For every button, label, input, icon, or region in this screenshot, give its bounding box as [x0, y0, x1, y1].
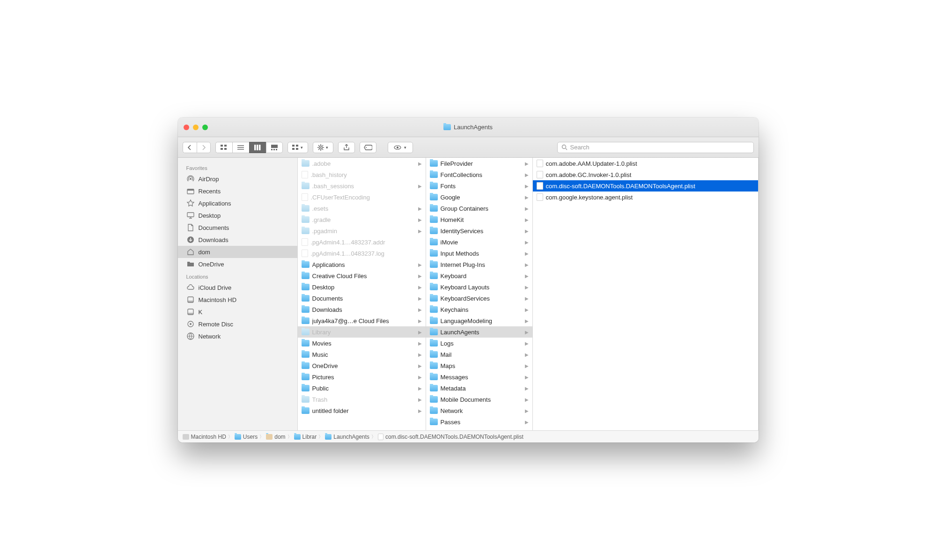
chevron-right-icon: ▶ [418, 307, 422, 312]
pathbar-label[interactable]: com.disc-soft.DAEMONTools.DAEMONToolsAge… [385, 434, 523, 440]
file-row[interactable]: Mail▶ [426, 349, 532, 360]
sidebar-item-downloads[interactable]: Downloads [178, 234, 297, 246]
sidebar-item-macintosh-hd[interactable]: Macintosh HD [178, 294, 297, 306]
svg-rect-11 [271, 149, 273, 150]
file-row[interactable]: FontCollections▶ [426, 169, 532, 180]
file-label: .pgadmin [312, 228, 413, 235]
file-row[interactable]: Logs▶ [426, 338, 532, 349]
file-row[interactable]: Music▶ [298, 349, 426, 360]
view-buttons [215, 142, 283, 153]
pathbar-label[interactable]: Librar [302, 434, 317, 440]
sidebar-item-desktop[interactable]: Desktop [178, 209, 297, 221]
sidebar-item-network[interactable]: Network [178, 330, 297, 342]
file-row[interactable]: Keyboard▶ [426, 270, 532, 281]
file-row[interactable]: IdentityServices▶ [426, 225, 532, 236]
sidebar-item-dom[interactable]: dom [178, 246, 297, 258]
list-view-button[interactable] [232, 142, 249, 153]
tags-button[interactable] [360, 142, 376, 153]
file-row[interactable]: HomeKit▶ [426, 214, 532, 225]
close-button[interactable] [184, 125, 189, 130]
sidebar-item-remote-disc[interactable]: Remote Disc [178, 318, 297, 330]
file-row[interactable]: .esets▶ [298, 203, 426, 214]
file-row[interactable]: Network▶ [426, 405, 532, 416]
file-row[interactable]: .bash_sessions▶ [298, 180, 426, 192]
file-row[interactable]: Pictures▶ [298, 371, 426, 383]
file-row[interactable]: KeyboardServices▶ [426, 293, 532, 304]
pathbar-label[interactable]: Users [243, 434, 258, 440]
sidebar-item-applications[interactable]: Applications [178, 197, 297, 209]
pathbar[interactable]: Macintosh HD〉 Users〉 dom〉 Librar〉 Launch… [178, 430, 759, 442]
file-row[interactable]: .CFUserTextEncoding [298, 192, 426, 203]
icon-view-button[interactable] [215, 142, 232, 153]
file-row[interactable]: Applications▶ [298, 259, 426, 270]
file-row[interactable]: Desktop▶ [298, 281, 426, 293]
file-row[interactable]: Google▶ [426, 192, 532, 203]
chevron-right-icon: ▶ [525, 161, 529, 166]
zoom-button[interactable] [202, 125, 208, 130]
file-row[interactable]: .pgAdmin4.1…483237.addr [298, 236, 426, 248]
file-row[interactable]: Keyboard Layouts▶ [426, 281, 532, 293]
file-label: Mail [441, 351, 520, 358]
action-button[interactable]: ▾ [313, 142, 333, 153]
file-row[interactable]: LaunchAgents▶ [426, 326, 532, 338]
pathbar-label[interactable]: dom [274, 434, 285, 440]
view-options-button[interactable]: ▾ [388, 142, 413, 153]
file-row[interactable]: OneDrive▶ [298, 360, 426, 371]
sidebar-item-airdrop[interactable]: AirDrop [178, 173, 297, 185]
sidebar-item-onedrive[interactable]: OneDrive [178, 258, 297, 270]
file-row[interactable]: Metadata▶ [426, 383, 532, 394]
file-label: Metadata [441, 385, 520, 392]
file-row[interactable]: Public▶ [298, 383, 426, 394]
file-row[interactable]: .pgAdmin4.1…0483237.log [298, 248, 426, 259]
file-row[interactable]: Messages▶ [426, 371, 532, 383]
file-row[interactable]: com.google.keystone.agent.plist [533, 192, 758, 203]
file-row[interactable]: Library▶ [298, 326, 426, 338]
column-2[interactable]: FileProvider▶FontCollections▶Fonts▶Googl… [426, 158, 533, 430]
file-row[interactable]: Internet Plug-Ins▶ [426, 259, 532, 270]
file-row[interactable]: Trash▶ [298, 394, 426, 405]
search-field[interactable]: Search [557, 142, 754, 153]
pathbar-label[interactable]: LaunchAgents [333, 434, 369, 440]
file-row[interactable]: Creative Cloud Files▶ [298, 270, 426, 281]
sidebar-item-k[interactable]: K [178, 306, 297, 318]
file-row[interactable]: Downloads▶ [298, 304, 426, 315]
disk-icon [183, 434, 189, 440]
file-row[interactable]: Maps▶ [426, 360, 532, 371]
file-row[interactable]: .gradle▶ [298, 214, 426, 225]
file-row[interactable]: com.disc-soft.DAEMONTools.DAEMONToolsAge… [533, 180, 758, 192]
sidebar-item-icloud-drive[interactable]: iCloud Drive [178, 281, 297, 294]
gallery-view-button[interactable] [266, 142, 283, 153]
pathbar-label[interactable]: Macintosh HD [191, 434, 226, 440]
column-view-button[interactable] [249, 142, 266, 153]
chevron-right-icon: ▶ [525, 330, 529, 335]
share-button[interactable] [338, 142, 355, 153]
sidebar-item-documents[interactable]: Documents [178, 221, 297, 234]
file-row[interactable]: Documents▶ [298, 293, 426, 304]
file-row[interactable]: LanguageModeling▶ [426, 315, 532, 326]
column-1[interactable]: .adobe▶.bash_history.bash_sessions▶.CFUs… [298, 158, 426, 430]
file-row[interactable]: Input Methods▶ [426, 248, 532, 259]
file-row[interactable]: .bash_history [298, 169, 426, 180]
file-row[interactable]: Passes▶ [426, 416, 532, 427]
file-row[interactable]: iMovie▶ [426, 236, 532, 248]
file-row[interactable]: FileProvider▶ [426, 158, 532, 169]
titlebar[interactable]: LaunchAgents [178, 118, 759, 137]
column-3[interactable]: com.adobe.AAM.Updater-1.0.plistcom.adobe… [533, 158, 759, 430]
back-button[interactable] [183, 142, 197, 153]
file-row[interactable]: Mobile Documents▶ [426, 394, 532, 405]
file-row[interactable]: Group Containers▶ [426, 203, 532, 214]
forward-button[interactable] [197, 142, 211, 153]
minimize-button[interactable] [193, 125, 199, 130]
file-row[interactable]: julya4ka7@g…e Cloud Files▶ [298, 315, 426, 326]
file-row[interactable]: .pgadmin▶ [298, 225, 426, 236]
group-button[interactable]: ▾ [287, 142, 308, 153]
sidebar-item-recents[interactable]: Recents [178, 185, 297, 197]
file-row[interactable]: Keychains▶ [426, 304, 532, 315]
file-row[interactable]: untitled folder▶ [298, 405, 426, 416]
icloud-icon [186, 283, 195, 292]
file-row[interactable]: Fonts▶ [426, 180, 532, 192]
file-row[interactable]: com.adobe.AAM.Updater-1.0.plist [533, 158, 758, 169]
file-row[interactable]: .adobe▶ [298, 158, 426, 169]
file-row[interactable]: Movies▶ [298, 338, 426, 349]
file-row[interactable]: com.adobe.GC.Invoker-1.0.plist [533, 169, 758, 180]
